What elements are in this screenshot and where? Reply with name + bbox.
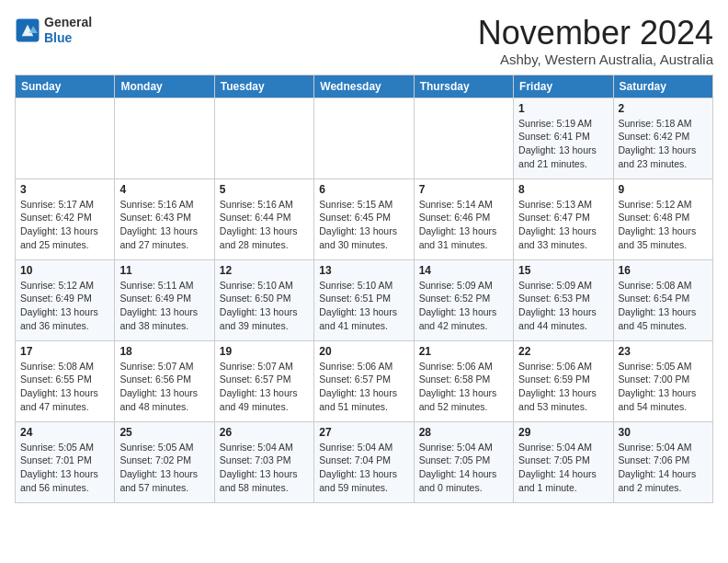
calendar-cell: 24Sunrise: 5:05 AM Sunset: 7:01 PM Dayli… <box>16 421 115 502</box>
day-info: Sunrise: 5:12 AM Sunset: 6:49 PM Dayligh… <box>20 279 109 333</box>
calendar-cell: 13Sunrise: 5:10 AM Sunset: 6:51 PM Dayli… <box>314 259 414 340</box>
day-number: 1 <box>518 102 608 115</box>
col-header-monday: Monday <box>115 75 214 98</box>
col-header-tuesday: Tuesday <box>214 75 313 98</box>
day-number: 13 <box>319 264 408 277</box>
calendar-cell: 8Sunrise: 5:13 AM Sunset: 6:47 PM Daylig… <box>514 178 613 259</box>
col-header-friday: Friday <box>514 75 613 98</box>
day-info: Sunrise: 5:04 AM Sunset: 7:05 PM Dayligh… <box>419 441 508 495</box>
day-info: Sunrise: 5:17 AM Sunset: 6:42 PM Dayligh… <box>20 198 109 252</box>
day-info: Sunrise: 5:08 AM Sunset: 6:55 PM Dayligh… <box>20 360 109 414</box>
calendar-cell: 15Sunrise: 5:09 AM Sunset: 6:53 PM Dayli… <box>514 259 613 340</box>
week-row-2: 3Sunrise: 5:17 AM Sunset: 6:42 PM Daylig… <box>16 178 713 259</box>
calendar-cell: 29Sunrise: 5:04 AM Sunset: 7:05 PM Dayli… <box>514 421 613 502</box>
day-number: 11 <box>119 264 209 277</box>
calendar-cell: 26Sunrise: 5:04 AM Sunset: 7:03 PM Dayli… <box>214 421 313 502</box>
week-row-4: 17Sunrise: 5:08 AM Sunset: 6:55 PM Dayli… <box>16 340 713 421</box>
day-number: 5 <box>220 183 309 196</box>
page-header: General Blue November 2024 Ashby, Wester… <box>15 15 713 67</box>
day-info: Sunrise: 5:06 AM Sunset: 6:58 PM Dayligh… <box>419 360 508 414</box>
logo-line2: Blue <box>44 30 92 46</box>
day-number: 4 <box>119 183 209 196</box>
calendar-cell <box>16 98 115 178</box>
day-number: 3 <box>20 183 109 196</box>
calendar-cell: 27Sunrise: 5:04 AM Sunset: 7:04 PM Dayli… <box>314 421 414 502</box>
logo-line1: General <box>44 15 92 30</box>
calendar-cell: 3Sunrise: 5:17 AM Sunset: 6:42 PM Daylig… <box>16 178 115 259</box>
calendar-cell: 22Sunrise: 5:06 AM Sunset: 6:59 PM Dayli… <box>514 340 613 421</box>
day-number: 12 <box>220 264 309 277</box>
day-number: 17 <box>20 345 109 358</box>
calendar-cell <box>414 98 513 178</box>
calendar-cell: 2Sunrise: 5:18 AM Sunset: 6:42 PM Daylig… <box>613 98 712 178</box>
day-info: Sunrise: 5:05 AM Sunset: 7:00 PM Dayligh… <box>619 360 708 414</box>
calendar-cell: 7Sunrise: 5:14 AM Sunset: 6:46 PM Daylig… <box>414 178 513 259</box>
day-number: 26 <box>220 426 309 439</box>
calendar-cell: 12Sunrise: 5:10 AM Sunset: 6:50 PM Dayli… <box>214 259 313 340</box>
day-info: Sunrise: 5:04 AM Sunset: 7:03 PM Dayligh… <box>220 441 309 495</box>
calendar-cell: 10Sunrise: 5:12 AM Sunset: 6:49 PM Dayli… <box>16 259 115 340</box>
logo-icon <box>15 17 40 43</box>
calendar-cell: 17Sunrise: 5:08 AM Sunset: 6:55 PM Dayli… <box>16 340 115 421</box>
calendar-cell: 6Sunrise: 5:15 AM Sunset: 6:45 PM Daylig… <box>314 178 414 259</box>
calendar-cell: 30Sunrise: 5:04 AM Sunset: 7:06 PM Dayli… <box>613 421 712 502</box>
day-number: 27 <box>319 426 408 439</box>
logo: General Blue <box>15 15 92 46</box>
day-info: Sunrise: 5:16 AM Sunset: 6:43 PM Dayligh… <box>119 198 209 252</box>
day-number: 6 <box>319 183 408 196</box>
week-row-1: 1Sunrise: 5:19 AM Sunset: 6:41 PM Daylig… <box>16 98 713 178</box>
day-info: Sunrise: 5:18 AM Sunset: 6:42 PM Dayligh… <box>619 117 708 171</box>
day-number: 24 <box>20 426 109 439</box>
day-info: Sunrise: 5:19 AM Sunset: 6:41 PM Dayligh… <box>518 117 608 171</box>
day-info: Sunrise: 5:06 AM Sunset: 6:57 PM Dayligh… <box>319 360 408 414</box>
calendar-cell: 21Sunrise: 5:06 AM Sunset: 6:58 PM Dayli… <box>414 340 513 421</box>
day-info: Sunrise: 5:06 AM Sunset: 6:59 PM Dayligh… <box>518 360 608 414</box>
calendar-cell: 4Sunrise: 5:16 AM Sunset: 6:43 PM Daylig… <box>115 178 214 259</box>
calendar-cell: 9Sunrise: 5:12 AM Sunset: 6:48 PM Daylig… <box>613 178 712 259</box>
calendar-cell: 11Sunrise: 5:11 AM Sunset: 6:49 PM Dayli… <box>115 259 214 340</box>
location-title: Ashby, Western Australia, Australia <box>478 52 713 67</box>
day-info: Sunrise: 5:09 AM Sunset: 6:52 PM Dayligh… <box>419 279 508 333</box>
day-info: Sunrise: 5:10 AM Sunset: 6:50 PM Dayligh… <box>220 279 309 333</box>
day-info: Sunrise: 5:04 AM Sunset: 7:04 PM Dayligh… <box>319 441 408 495</box>
calendar-cell: 28Sunrise: 5:04 AM Sunset: 7:05 PM Dayli… <box>414 421 513 502</box>
title-block: November 2024 Ashby, Western Australia, … <box>478 15 713 67</box>
day-info: Sunrise: 5:04 AM Sunset: 7:05 PM Dayligh… <box>518 441 608 495</box>
day-info: Sunrise: 5:11 AM Sunset: 6:49 PM Dayligh… <box>119 279 209 333</box>
week-row-3: 10Sunrise: 5:12 AM Sunset: 6:49 PM Dayli… <box>16 259 713 340</box>
day-number: 28 <box>419 426 508 439</box>
day-info: Sunrise: 5:13 AM Sunset: 6:47 PM Dayligh… <box>518 198 608 252</box>
calendar-table: SundayMondayTuesdayWednesdayThursdayFrid… <box>15 75 713 503</box>
col-header-sunday: Sunday <box>16 75 115 98</box>
day-number: 2 <box>619 102 708 115</box>
day-number: 29 <box>518 426 608 439</box>
day-number: 19 <box>220 345 309 358</box>
day-number: 8 <box>518 183 608 196</box>
day-number: 25 <box>119 426 209 439</box>
calendar-cell: 1Sunrise: 5:19 AM Sunset: 6:41 PM Daylig… <box>514 98 613 178</box>
day-number: 23 <box>619 345 708 358</box>
col-header-wednesday: Wednesday <box>314 75 414 98</box>
calendar-cell: 23Sunrise: 5:05 AM Sunset: 7:00 PM Dayli… <box>613 340 712 421</box>
day-info: Sunrise: 5:14 AM Sunset: 6:46 PM Dayligh… <box>419 198 508 252</box>
day-number: 20 <box>319 345 408 358</box>
day-number: 22 <box>518 345 608 358</box>
day-info: Sunrise: 5:04 AM Sunset: 7:06 PM Dayligh… <box>619 441 708 495</box>
day-info: Sunrise: 5:05 AM Sunset: 7:01 PM Dayligh… <box>20 441 109 495</box>
day-info: Sunrise: 5:12 AM Sunset: 6:48 PM Dayligh… <box>619 198 708 252</box>
calendar-cell <box>314 98 414 178</box>
day-info: Sunrise: 5:07 AM Sunset: 6:57 PM Dayligh… <box>220 360 309 414</box>
day-info: Sunrise: 5:08 AM Sunset: 6:54 PM Dayligh… <box>619 279 708 333</box>
calendar-cell: 14Sunrise: 5:09 AM Sunset: 6:52 PM Dayli… <box>414 259 513 340</box>
day-number: 18 <box>119 345 209 358</box>
calendar-cell: 19Sunrise: 5:07 AM Sunset: 6:57 PM Dayli… <box>214 340 313 421</box>
calendar-cell <box>115 98 214 178</box>
calendar-cell: 25Sunrise: 5:05 AM Sunset: 7:02 PM Dayli… <box>115 421 214 502</box>
calendar-cell: 20Sunrise: 5:06 AM Sunset: 6:57 PM Dayli… <box>314 340 414 421</box>
col-header-thursday: Thursday <box>414 75 513 98</box>
day-info: Sunrise: 5:16 AM Sunset: 6:44 PM Dayligh… <box>220 198 309 252</box>
day-info: Sunrise: 5:05 AM Sunset: 7:02 PM Dayligh… <box>119 441 209 495</box>
calendar-header-row: SundayMondayTuesdayWednesdayThursdayFrid… <box>16 75 713 98</box>
day-info: Sunrise: 5:07 AM Sunset: 6:56 PM Dayligh… <box>119 360 209 414</box>
day-number: 7 <box>419 183 508 196</box>
